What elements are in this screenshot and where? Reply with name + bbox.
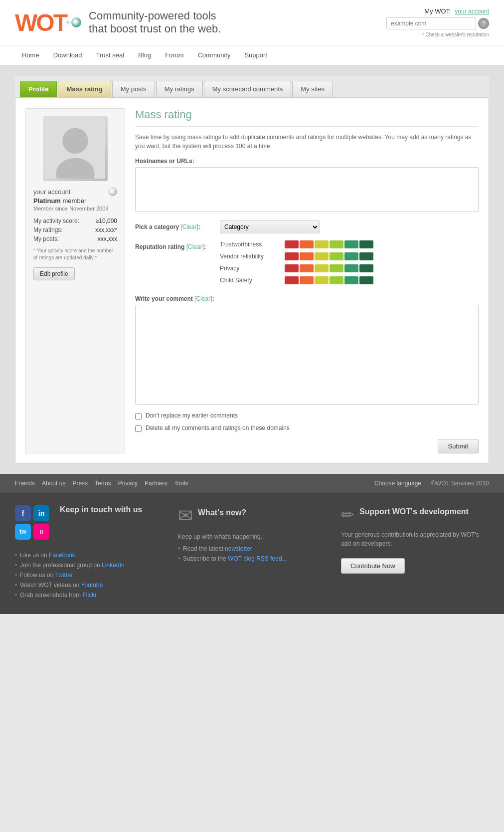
twitter-icon[interactable]: tw bbox=[15, 524, 31, 540]
category-select[interactable]: Category bbox=[220, 220, 320, 233]
nav-item-home[interactable]: Home bbox=[15, 45, 46, 65]
support-desc: Your generous contribution is appreciate… bbox=[341, 530, 489, 548]
bar-seg-5[interactable] bbox=[344, 252, 358, 260]
rating-bar-trustworthiness[interactable] bbox=[285, 240, 373, 248]
tab-massrating[interactable]: Mass rating bbox=[58, 81, 111, 97]
twitter-link[interactable]: Twitter bbox=[55, 572, 72, 579]
rating-bar-privacy[interactable] bbox=[285, 264, 373, 272]
bar-seg-4[interactable] bbox=[330, 276, 343, 284]
choose-language-link[interactable]: Choose language bbox=[374, 480, 421, 487]
bar-seg-6[interactable] bbox=[359, 264, 373, 272]
bar-seg-5[interactable] bbox=[344, 264, 358, 272]
bar-seg-1[interactable] bbox=[285, 264, 299, 272]
rating-bar-childsafety[interactable] bbox=[285, 276, 373, 284]
footer-link-partners[interactable]: Partners bbox=[145, 480, 167, 487]
avatar-svg bbox=[45, 119, 105, 179]
header-right: My WOT: your account ? * Check a website… bbox=[386, 7, 489, 37]
flickr-link[interactable]: Flickr bbox=[82, 592, 97, 599]
bar-seg-2[interactable] bbox=[300, 276, 314, 284]
whats-new-title: What's new? bbox=[198, 508, 246, 517]
footer-link-privacy[interactable]: Privacy bbox=[118, 480, 138, 487]
bar-seg-6[interactable] bbox=[359, 240, 373, 248]
nav-link-home[interactable]: Home bbox=[15, 45, 46, 65]
flickr-icon[interactable]: fl bbox=[33, 524, 49, 540]
tab-myscorecard[interactable]: My scorecard comments bbox=[204, 81, 292, 97]
comment-textarea[interactable] bbox=[135, 305, 479, 405]
my-wot-link[interactable]: your account bbox=[455, 8, 489, 15]
rating-row-trustworthiness: Trustworthiness bbox=[220, 240, 479, 248]
footer-link-about[interactable]: About us bbox=[42, 480, 65, 487]
check-button[interactable]: ? bbox=[478, 18, 489, 29]
rating-name-privacy: Privacy bbox=[220, 265, 280, 272]
tab-mysites[interactable]: My sites bbox=[292, 81, 333, 97]
bar-seg-6[interactable] bbox=[359, 252, 373, 260]
nav-link-forum[interactable]: Forum bbox=[158, 45, 191, 65]
bar-seg-5[interactable] bbox=[344, 240, 358, 248]
bar-seg-2[interactable] bbox=[300, 264, 314, 272]
facebook-icon[interactable]: f bbox=[15, 505, 31, 521]
dont-replace-row: Don't replace my earlier comments bbox=[135, 412, 479, 419]
tab-myposts[interactable]: My posts bbox=[112, 81, 155, 97]
bar-seg-2[interactable] bbox=[300, 240, 314, 248]
clear-reputation-link[interactable]: [Clear] bbox=[186, 243, 204, 250]
newsletter-link[interactable]: newsletter bbox=[225, 545, 252, 552]
nav-item-support[interactable]: Support bbox=[237, 45, 274, 65]
member-type: Platinum bbox=[33, 197, 61, 205]
bar-seg-6[interactable] bbox=[359, 276, 373, 284]
inner-layout: your account Platinum member Member sinc… bbox=[25, 108, 479, 453]
bar-seg-4[interactable] bbox=[330, 240, 343, 248]
rating-bar-vendor[interactable] bbox=[285, 252, 373, 260]
bar-seg-5[interactable] bbox=[344, 276, 358, 284]
youtube-link[interactable]: Youtube bbox=[81, 582, 103, 589]
bar-seg-3[interactable] bbox=[315, 240, 329, 248]
reputation-label: Reputation rating [Clear]: bbox=[135, 240, 215, 250]
bar-seg-1[interactable] bbox=[285, 240, 299, 248]
edit-profile-button[interactable]: Edit profile bbox=[33, 267, 75, 280]
linkedin-icon[interactable]: in bbox=[33, 505, 49, 521]
tab-myratings[interactable]: My ratings bbox=[156, 81, 203, 97]
clear-comment-link[interactable]: [Clear] bbox=[194, 295, 212, 302]
nav-item-community[interactable]: Community bbox=[191, 45, 238, 65]
bar-seg-1[interactable] bbox=[285, 276, 299, 284]
social-item-twitter: Follow us on Twitter bbox=[15, 572, 163, 579]
submit-button[interactable]: Submit bbox=[438, 439, 479, 453]
nav-item-forum[interactable]: Forum bbox=[158, 45, 191, 65]
nav-link-blog[interactable]: Blog bbox=[131, 45, 158, 65]
bar-seg-2[interactable] bbox=[300, 252, 314, 260]
clear-category-link[interactable]: [Clear] bbox=[180, 223, 198, 230]
contribute-button[interactable]: Contribute Now bbox=[341, 558, 405, 574]
bar-seg-4[interactable] bbox=[330, 264, 343, 272]
avatar bbox=[43, 116, 108, 181]
nav-link-community[interactable]: Community bbox=[191, 45, 238, 65]
rating-name-childsafety: Child Safety bbox=[220, 277, 280, 284]
bar-seg-3[interactable] bbox=[315, 264, 329, 272]
dont-replace-checkbox[interactable] bbox=[135, 413, 142, 419]
delete-all-row: Delete all my comments and ratings on th… bbox=[135, 424, 479, 432]
footer-link-press[interactable]: Press bbox=[72, 480, 88, 487]
footer-link-friends[interactable]: Friends bbox=[15, 480, 35, 487]
member-since: Member since November 2008 bbox=[33, 206, 117, 211]
bar-seg-1[interactable] bbox=[285, 252, 299, 260]
rss-link[interactable]: WOT blog RSS feed... bbox=[228, 555, 287, 562]
nav-item-download[interactable]: Download bbox=[46, 45, 89, 65]
nav-item-blog[interactable]: Blog bbox=[131, 45, 158, 65]
footer-link-terms[interactable]: Terms bbox=[95, 480, 111, 487]
nav-link-download[interactable]: Download bbox=[46, 45, 89, 65]
nav-item-trustseal[interactable]: Trust seal bbox=[89, 45, 132, 65]
bar-seg-3[interactable] bbox=[315, 252, 329, 260]
check-input[interactable] bbox=[386, 17, 476, 29]
bar-seg-4[interactable] bbox=[330, 252, 343, 260]
linkedin-link[interactable]: LinkedIn bbox=[102, 562, 124, 569]
sidebar-footnote: * Your activity score and the number of … bbox=[33, 247, 117, 261]
bar-seg-3[interactable] bbox=[315, 276, 329, 284]
footer-link-tools[interactable]: Tools bbox=[174, 480, 188, 487]
tab-profile[interactable]: Profile bbox=[20, 81, 57, 97]
delete-all-checkbox[interactable] bbox=[135, 425, 142, 432]
support-icon: ✏ bbox=[341, 505, 354, 524]
check-input-row: ? bbox=[386, 17, 489, 29]
nav-link-trustseal[interactable]: Trust seal bbox=[89, 45, 132, 65]
nav-link-support[interactable]: Support bbox=[237, 45, 274, 65]
logo-text: WOT bbox=[15, 9, 66, 36]
facebook-link[interactable]: Facebook bbox=[49, 552, 75, 559]
hostnames-textarea[interactable] bbox=[135, 167, 479, 212]
